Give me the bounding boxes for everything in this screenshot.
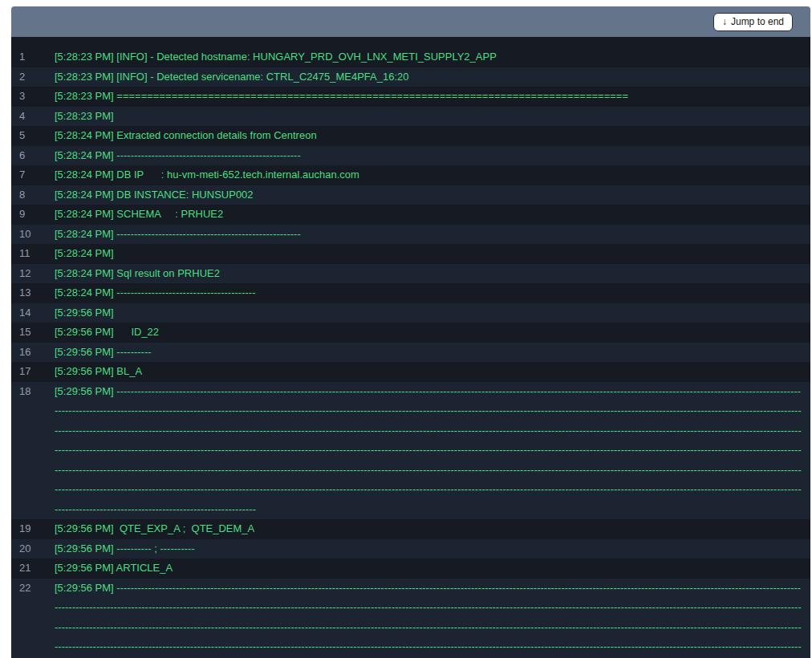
line-number: 15 (11, 323, 55, 343)
log-header: ↓ Jump to end (11, 6, 810, 37)
log-line: 4 [5:28:23 PM] (11, 107, 810, 127)
log-line: 11 [5:28:24 PM] (11, 244, 810, 264)
line-text: [5:29:56 PM] BL_A (55, 362, 810, 382)
line-text: [5:28:24 PM] Sql result on PRHUE2 (55, 264, 810, 284)
log-line: 5 [5:28:24 PM] Extracted connection deta… (11, 126, 810, 146)
line-number: 3 (11, 87, 55, 107)
line-text: [5:29:56 PM] (55, 303, 810, 323)
line-text: [5:28:23 PM] ===========================… (55, 87, 810, 107)
line-number: 22 (11, 579, 55, 658)
line-number: 8 (11, 185, 55, 205)
line-number: 6 (11, 146, 55, 166)
line-number: 20 (11, 539, 55, 559)
line-text: [5:28:24 PM] ---------------------------… (55, 146, 810, 166)
line-text: [5:28:24 PM] SCHEMA : PRHUE2 (55, 205, 810, 225)
log-line: 9 [5:28:24 PM] SCHEMA : PRHUE2 (11, 205, 810, 225)
line-number: 5 (11, 126, 55, 146)
line-number: 14 (11, 303, 55, 323)
line-number: 10 (11, 225, 55, 245)
line-text: [5:28:24 PM] ---------------------------… (55, 283, 810, 303)
line-text: [5:29:56 PM] ---------------------------… (55, 579, 810, 658)
log-line: 21 [5:29:56 PM] ARTICLE_A (11, 558, 810, 579)
log-line: 18 [5:29:56 PM] ------------------------… (11, 382, 810, 520)
line-number: 1 (11, 47, 55, 67)
log-line: 16 [5:29:56 PM] ---------- (11, 343, 810, 363)
log-line: 13 [5:28:24 PM] ------------------------… (11, 283, 810, 303)
log-output[interactable]: 1 [5:28:23 PM] [INFO] - Detected hostnam… (11, 37, 810, 658)
jump-to-end-button[interactable]: ↓ Jump to end (713, 13, 793, 31)
log-line: 8 [5:28:24 PM] DB INSTANCE: HUNSUP002 (11, 185, 810, 205)
log-line: 14 [5:29:56 PM] (11, 303, 810, 323)
log-line: 22 [5:29:56 PM] ------------------------… (11, 579, 810, 658)
line-number: 11 (11, 244, 55, 264)
line-text: [5:29:56 PM] ARTICLE_A (55, 558, 810, 579)
log-line: 20 [5:29:56 PM] ---------- ; ---------- (11, 539, 810, 559)
log-line: 7 [5:28:24 PM] DB IP : hu-vm-meti-652.te… (11, 165, 810, 185)
line-text: [5:28:24 PM] (55, 244, 810, 264)
line-text: [5:28:24 PM] Extracted connection detail… (55, 126, 810, 146)
line-number: 18 (11, 382, 55, 520)
line-text: [5:29:56 PM] QTE_EXP_A ; QTE_DEM_A (55, 519, 810, 539)
line-text: [5:29:56 PM] ---------- ; ---------- (55, 539, 810, 559)
log-line: 17 [5:29:56 PM] BL_A (11, 362, 810, 382)
line-number: 21 (11, 558, 55, 579)
log-line: 2 [5:28:23 PM] [INFO] - Detected service… (11, 67, 810, 87)
line-text: [5:29:56 PM] ---------------------------… (55, 382, 810, 520)
log-line: 15 [5:29:56 PM] ID_22 (11, 323, 810, 343)
log-line: 12 [5:28:24 PM] Sql result on PRHUE2 (11, 264, 810, 284)
log-line: 1 [5:28:23 PM] [INFO] - Detected hostnam… (11, 47, 810, 67)
line-text: [5:28:24 PM] DB IP : hu-vm-meti-652.tech… (55, 165, 810, 185)
line-text: [5:29:56 PM] ---------- (55, 343, 810, 363)
log-panel: ↓ Jump to end 1 [5:28:23 PM] [INFO] - De… (11, 6, 810, 658)
log-line: 10 [5:28:24 PM] ------------------------… (11, 225, 810, 245)
line-text: [5:29:56 PM] ID_22 (55, 323, 810, 343)
line-number: 17 (11, 362, 55, 382)
line-text: [5:28:24 PM] ---------------------------… (55, 225, 810, 245)
line-text: [5:28:23 PM] (55, 107, 810, 127)
line-number: 13 (11, 283, 55, 303)
line-number: 7 (11, 165, 55, 185)
line-number: 4 (11, 107, 55, 127)
line-number: 16 (11, 343, 55, 363)
line-number: 2 (11, 67, 55, 87)
jump-to-end-label: Jump to end (731, 15, 784, 28)
log-line: 3 [5:28:23 PM] =========================… (11, 87, 810, 107)
line-text: [5:28:23 PM] [INFO] - Detected hostname:… (55, 47, 810, 67)
down-arrow-icon: ↓ (722, 15, 727, 28)
line-text: [5:28:24 PM] DB INSTANCE: HUNSUP002 (55, 185, 810, 205)
line-text: [5:28:23 PM] [INFO] - Detected servicena… (55, 67, 810, 87)
log-line: 19 [5:29:56 PM] QTE_EXP_A ; QTE_DEM_A (11, 519, 810, 539)
line-number: 9 (11, 205, 55, 225)
line-number: 19 (11, 519, 55, 539)
line-number: 12 (11, 264, 55, 284)
log-line: 6 [5:28:24 PM] -------------------------… (11, 146, 810, 166)
